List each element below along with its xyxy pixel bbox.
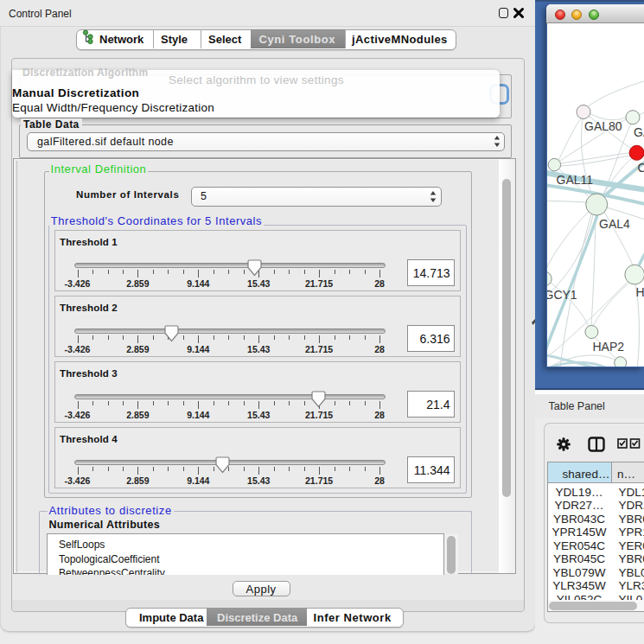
svg-text:HAP2: HAP2	[593, 340, 625, 354]
svg-text:GA: GA	[634, 125, 644, 139]
svg-text:C: C	[638, 161, 644, 175]
svg-text:GAL4: GAL4	[599, 217, 630, 231]
svg-text:GCY1: GCY1	[547, 288, 577, 302]
svg-text:GAL80: GAL80	[584, 119, 622, 133]
svg-text:H: H	[636, 285, 644, 299]
svg-text:GAL11: GAL11	[557, 173, 594, 187]
